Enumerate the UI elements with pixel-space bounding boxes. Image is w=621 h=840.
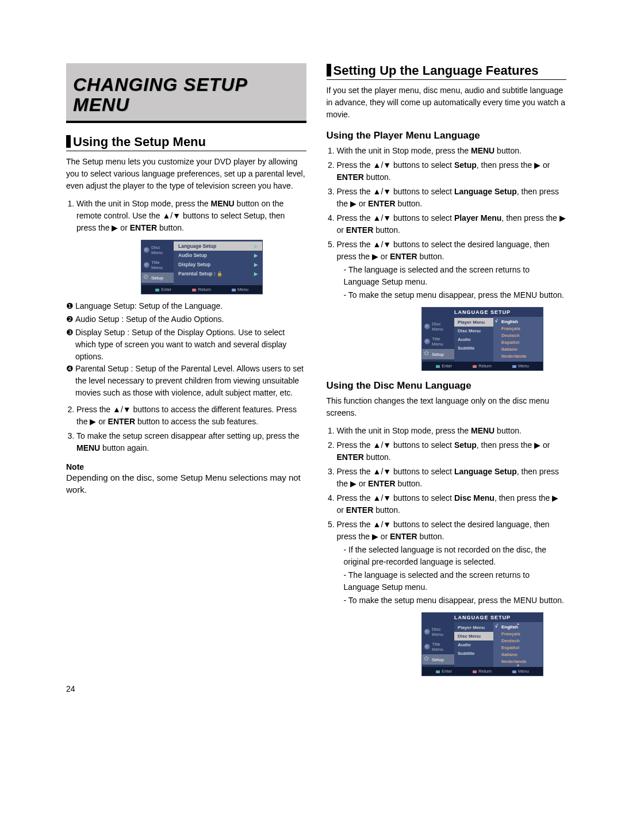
section-language-features: Setting Up the Language Features: [327, 63, 567, 80]
right-arrow-icon: ▶: [254, 271, 258, 277]
right-arrow-icon: ▶: [254, 253, 258, 258]
osd-side-tabs: Disc Menu Title Menu Setup: [141, 240, 174, 285]
subhead-player-menu-lang: Using the Player Menu Language: [327, 130, 567, 141]
note-text: Depending on the disc, some Setup Menu s…: [66, 471, 306, 496]
gear-icon: [424, 657, 430, 662]
osd-setup-menu: Disc Menu Title Menu Setup Language Setu…: [141, 240, 263, 294]
osd-language-setup-player: LANGUAGE SETUP Disc Menu Title Menu Setu…: [421, 307, 543, 371]
gear-icon: [144, 275, 150, 281]
setup-steps-1: With the unit in Stop mode, press the ME…: [66, 198, 306, 234]
page-number: 24: [66, 684, 75, 693]
subhead-disc-menu-lang: Using the Disc Menu Language: [327, 380, 567, 392]
disc-icon: [144, 247, 150, 253]
disc-icon: [144, 262, 150, 268]
left-column: CHANGING SETUP MENU Using the Setup Menu…: [66, 63, 306, 682]
right-arrow-icon: ▶: [254, 244, 258, 249]
section-using-setup-menu: Using the Setup Menu: [66, 135, 306, 151]
disc-intro: This function changes the text language …: [327, 395, 567, 419]
right-arrow-icon: ▶: [254, 262, 258, 267]
player-menu-steps: With the unit in Stop mode, press the ME…: [327, 145, 567, 301]
chapter-heading-box: CHANGING SETUP MENU: [66, 63, 306, 123]
setup-definitions: ❶Language Setup: Setup of the Language. …: [66, 300, 306, 399]
lock-icon: 🔒: [217, 271, 223, 277]
osd-language-setup-disc: LANGUAGE SETUP Disc Menu Title Menu Setu…: [421, 612, 543, 676]
lang-intro: If you set the player menu, disc menu, a…: [327, 85, 567, 121]
osd-main-list: Language Setup▶ Audio Setup▶ Display Set…: [174, 240, 262, 285]
scroll-down-icon: ▼: [516, 663, 520, 668]
osd-footer: Enter Return Menu: [141, 285, 262, 294]
setup-steps-2: Press the ▲/▼ buttons to access the diff…: [66, 404, 306, 454]
intro-paragraph: The Setup menu lets you customize your D…: [66, 156, 306, 192]
disc-icon: [424, 629, 430, 635]
note-heading: Note: [66, 462, 306, 471]
disc-icon: [424, 339, 430, 344]
gear-icon: [424, 351, 430, 357]
osd-title: LANGUAGE SETUP: [422, 308, 543, 317]
right-column: Setting Up the Language Features If you …: [327, 63, 567, 682]
disc-menu-steps: With the unit in Stop mode, press the ME…: [327, 425, 567, 607]
disc-icon: [424, 644, 430, 650]
chapter-title: CHANGING SETUP MENU: [73, 75, 300, 115]
disc-icon: [424, 324, 430, 329]
